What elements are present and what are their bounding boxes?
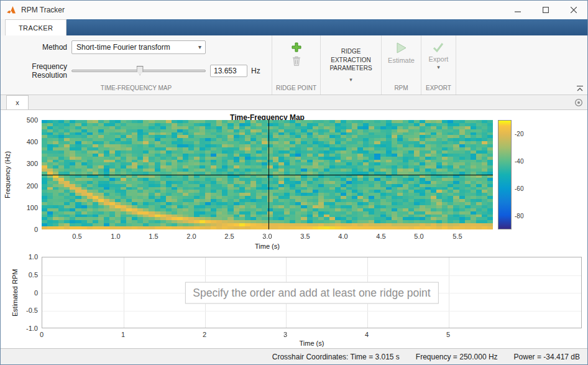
- window-controls: [503, 1, 587, 19]
- rpm-x-tick: 4: [365, 331, 369, 338]
- matlab-logo-icon: [6, 5, 16, 15]
- ridge-extraction-parameters-label: RIDGE EXTRACTION PARAMETERS: [325, 47, 377, 73]
- method-label: Method: [1, 43, 71, 52]
- tf-x-tick: 5.5: [452, 233, 462, 240]
- rpm-axes: Specify the order and add at least one r…: [42, 257, 582, 328]
- rpm-x-tick: 0: [40, 331, 44, 338]
- status-frequency: Frequency = 250.000 Hz: [416, 353, 498, 361]
- title-bar: RPM Tracker: [1, 1, 587, 19]
- tf-y-tick: 300: [17, 160, 38, 167]
- section-export: Export ▾ EXPORT: [421, 35, 456, 95]
- tf-y-tick: 0: [17, 226, 38, 233]
- document-tab-bar: x: [1, 95, 587, 110]
- ridge-extraction-parameters-button[interactable]: RIDGE EXTRACTION PARAMETERS ▾: [321, 35, 381, 95]
- rpm-x-tick: 2: [203, 331, 206, 338]
- tf-xlabel: Time (s): [42, 243, 493, 250]
- plus-icon: [291, 42, 302, 53]
- rpm-x-tick: 3: [283, 331, 287, 338]
- colorbar-tick: -40: [515, 158, 523, 165]
- section-ridge-extraction-parameters: RIDGE EXTRACTION PARAMETERS ▾: [321, 35, 382, 95]
- export-button-label: Export: [429, 55, 449, 63]
- section-rpm: Estimate RPM: [382, 35, 421, 95]
- ridge-point-placeholder-message: Specify the order and add at least one r…: [185, 282, 438, 303]
- tf-x-tick: 3.0: [262, 233, 272, 240]
- tf-x-tick: 0.5: [72, 233, 81, 240]
- tf-x-tick: 4.5: [376, 233, 385, 240]
- chevron-down-icon: ▾: [349, 77, 352, 83]
- rpm-y-tick: 0.5: [17, 271, 38, 279]
- tf-x-tick: 1.5: [149, 233, 158, 240]
- tf-x-tick: 2.5: [224, 233, 234, 240]
- frequency-resolution-label: Frequency Resolution: [1, 62, 71, 80]
- rpm-x-tick: 5: [446, 331, 450, 338]
- tf-y-tick: 400: [17, 138, 38, 146]
- document-tab-x[interactable]: x: [6, 95, 29, 109]
- frequency-resolution-unit: Hz: [251, 67, 260, 75]
- rpm-y-tick: 1.0: [17, 253, 38, 261]
- colorbar: [498, 120, 512, 229]
- tf-x-tick: 5.0: [414, 233, 423, 240]
- tf-x-tick: 1.0: [111, 233, 120, 240]
- collapse-toolstrip-button[interactable]: [576, 85, 584, 92]
- trash-icon: [292, 55, 301, 67]
- estimate-button[interactable]: Estimate: [388, 41, 415, 64]
- status-power: Power = -34.417 dB: [514, 353, 580, 361]
- tf-ylabel: Frequency (Hz): [3, 120, 12, 229]
- tab-bar-spacer: [1, 19, 5, 35]
- section-time-frequency-map: Method Short-time Fourier transform ▾ Fr…: [1, 35, 272, 95]
- colorbar-tick: -20: [515, 131, 523, 137]
- estimate-button-label: Estimate: [388, 57, 415, 64]
- tf-x-tick: 4.0: [338, 233, 347, 240]
- rpm-y-tick: -1.0: [17, 325, 38, 332]
- section-label-rpm: RPM: [382, 83, 421, 95]
- tf-axes: [42, 120, 493, 229]
- section-label-ridge-point: RIDGE POINT: [272, 83, 320, 95]
- app-window: RPM Tracker TRACKER Method Short: [0, 0, 588, 365]
- add-ridge-point-button[interactable]: [290, 40, 303, 54]
- frequency-resolution-input[interactable]: [210, 65, 247, 77]
- collapse-icon: [576, 85, 584, 92]
- status-crosshair-coordinates: Crosshair Coordinates: Time = 3.015 s: [272, 353, 400, 361]
- bullseye-icon: [574, 98, 583, 107]
- tf-x-tick: 3.5: [300, 233, 310, 240]
- colorbar-tick: -80: [515, 213, 523, 219]
- section-ridge-point: RIDGE POINT: [272, 35, 321, 95]
- minimize-button[interactable]: [503, 1, 531, 19]
- rpm-xlabel: Time (s): [42, 340, 582, 347]
- rpm-x-tick: 1: [121, 331, 125, 338]
- tab-tracker[interactable]: TRACKER: [5, 19, 67, 35]
- tf-y-tick: 100: [17, 204, 38, 211]
- gridline: [42, 275, 581, 276]
- maximize-button[interactable]: [531, 1, 559, 19]
- frequency-resolution-slider[interactable]: [71, 65, 206, 76]
- delete-ridge-point-button[interactable]: [290, 54, 303, 68]
- chevron-down-icon: ▾: [437, 65, 440, 70]
- method-dropdown-value: Short-time Fourier transform: [76, 43, 170, 52]
- tf-x-tick: 2.0: [186, 233, 196, 240]
- status-bar: Crosshair Coordinates: Time = 3.015 s Fr…: [1, 348, 587, 364]
- rpm-y-tick: 0: [17, 289, 38, 297]
- section-label-time-frequency-map: TIME-FREQUENCY MAP: [1, 83, 272, 95]
- tf-y-tick: 200: [17, 182, 38, 190]
- figure-options-icon[interactable]: [574, 98, 583, 107]
- method-dropdown[interactable]: Short-time Fourier transform ▾: [71, 40, 206, 54]
- toolstrip-tab-bar: TRACKER: [1, 19, 587, 35]
- window-title: RPM Tracker: [21, 6, 65, 14]
- colorbar-tick: -60: [515, 185, 523, 192]
- toolstrip: Method Short-time Fourier transform ▾ Fr…: [1, 35, 587, 95]
- tab-bar-filler: [67, 19, 587, 35]
- tf-spectrogram-canvas[interactable]: [42, 120, 493, 229]
- figure-panel: Time-Frequency Map Frequency (Hz) 500 40…: [1, 110, 587, 348]
- section-label-export: EXPORT: [421, 83, 456, 95]
- export-button[interactable]: Export ▾: [429, 41, 449, 70]
- check-icon: [431, 41, 445, 53]
- tf-y-tick: 500: [17, 116, 38, 124]
- play-icon: [394, 41, 408, 55]
- slider-thumb[interactable]: [137, 66, 144, 75]
- close-button[interactable]: [559, 1, 587, 19]
- gridline: [42, 311, 581, 312]
- rpm-y-tick: -0.5: [17, 307, 38, 314]
- chevron-down-icon: ▾: [198, 44, 205, 50]
